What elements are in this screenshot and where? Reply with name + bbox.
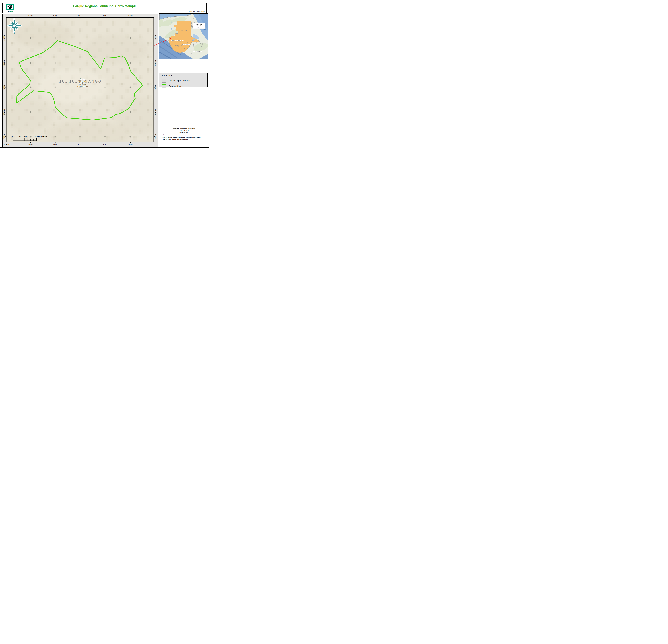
- grid-label-bottom: 355900: [128, 143, 133, 145]
- svg-text:territorial no: territorial no: [196, 25, 202, 27]
- projection-line: Proyección GTM: [163, 129, 205, 131]
- grid-label-left: 1735300: [3, 84, 5, 91]
- compass-e: E: [20, 25, 21, 27]
- legend-item-departmental-limit: Límite Departamental: [162, 79, 207, 82]
- svg-text:Municipal: Municipal: [79, 83, 86, 85]
- territorial-note: Diferendo territorial no resuelto: [193, 23, 205, 29]
- legend-item-label: Área protegida: [169, 85, 183, 87]
- page-title: Parque Regional Municipal Cerro Mampil: [3, 4, 206, 8]
- grid-label-top: 355500: [28, 15, 33, 17]
- fuente-label: Fuente:: [163, 133, 205, 136]
- honduras-label: Ho: [202, 43, 205, 45]
- country-label: Guatemala: [171, 40, 184, 42]
- document-code: DAGeos-264-2026-BS: [188, 10, 204, 12]
- compass-o: O: [7, 25, 9, 27]
- grid-label-right: 1735100: [155, 133, 156, 140]
- legend: Simbología Límite Departamental Área pro…: [159, 73, 208, 87]
- grid-label-top: 355800: [103, 15, 108, 17]
- grid-label-top: 355600: [53, 15, 58, 17]
- source-line-1: Base de datos de la Dirección Análisis G…: [163, 136, 205, 138]
- legend-item-protected-area: Área protegida: [162, 84, 207, 88]
- grid-label-right: 1735500: [155, 35, 156, 41]
- svg-text:resuelto: resuelto: [197, 27, 201, 28]
- scalebar-label: 0: [12, 135, 13, 138]
- svg-text:Diferendo: Diferendo: [196, 23, 202, 25]
- grid-label-bottom: 355700: [78, 143, 83, 145]
- scalebar-label: 0.1: [35, 135, 38, 138]
- svg-text:Regional: Regional: [79, 80, 86, 82]
- departmental-limit-swatch: [162, 79, 166, 82]
- capital-city-label: Guatemala: [182, 44, 190, 45]
- source-line-2: Base de datos cartografía básica IGN 201…: [163, 138, 205, 140]
- grid-label-left: 1735100: [3, 133, 5, 140]
- protected-area-swatch: [162, 84, 166, 88]
- conap-logo-text: CONAP: [6, 11, 14, 13]
- grid-label-left: 1735400: [3, 60, 5, 66]
- scalebar-unit: Kilómetros: [38, 135, 47, 138]
- grid-label-bottom: 355400: [4, 143, 9, 145]
- grid-label-bottom: 355500: [28, 143, 33, 145]
- san-salvador-dot: [191, 53, 192, 54]
- grid-label-top: 355900: [128, 15, 133, 17]
- san-salvador-label: San Salvador: [193, 51, 201, 52]
- belize-label: B: [191, 25, 193, 27]
- grid-label-bottom: 355600: [53, 143, 58, 145]
- main-map-canvas: HUEHUETENANGO Parque Regional Municipal …: [3, 14, 158, 147]
- grid-label-left: 1735200: [3, 109, 5, 115]
- scalebar-label: 0.02: [17, 135, 21, 138]
- grid-label-right: 1735200: [155, 109, 156, 115]
- compass-n: N: [14, 18, 15, 20]
- scalebar-label: 0.05: [23, 135, 27, 138]
- header: CONAP Parque Regional Municipal Cerro Ma…: [2, 3, 207, 13]
- grid-label-right: 1735300: [155, 84, 156, 91]
- location-inset-map: B Gu Hond 721 Guatemala Guatemala San Sa…: [159, 13, 208, 59]
- main-map-sheet: HUEHUETENANGO Parque Regional Municipal …: [2, 14, 158, 147]
- grid-label-bottom: 355800: [103, 143, 108, 145]
- capital-city-dot: [181, 46, 182, 46]
- inset-canvas: B Gu Hond 721 Guatemala Guatemala San Sa…: [160, 14, 208, 59]
- grid-label-left: 1735500: [3, 35, 5, 41]
- legend-item-label: Límite Departamental: [169, 79, 190, 82]
- svg-text:Parque: Parque: [80, 78, 85, 80]
- datum-line: Datum WGS84: [163, 131, 205, 133]
- legend-title: Simbología: [162, 74, 207, 77]
- inset-num-label: 721: [160, 49, 162, 51]
- compass-s: S: [14, 32, 15, 34]
- grid-label-top: 355700: [78, 15, 83, 17]
- credits-box: Sistema de coordenadas proyectadas Proye…: [161, 126, 207, 145]
- grid-label-right: 1735400: [155, 60, 156, 66]
- crs-line: Sistema de coordenadas proyectadas: [163, 127, 205, 129]
- map-document-page: CONAP Parque Regional Municipal Cerro Ma…: [0, 0, 209, 148]
- svg-text:Cerro Mampil: Cerro Mampil: [77, 85, 88, 88]
- page-bottom-border: [0, 147, 209, 148]
- ocean-label-gu: Gu: [205, 22, 207, 24]
